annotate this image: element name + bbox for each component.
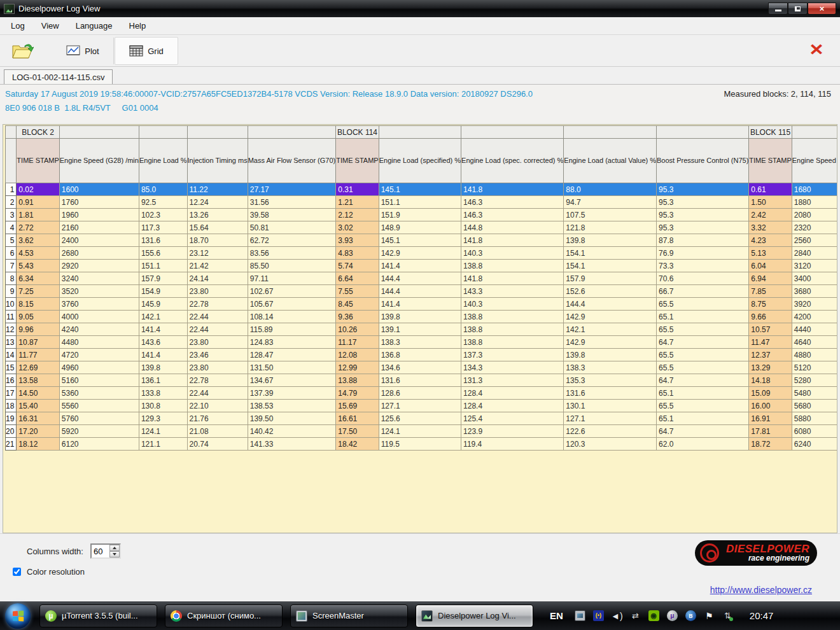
grid-cell[interactable]: 141.4 [139, 323, 187, 336]
maximize-button[interactable] [788, 3, 808, 15]
grid-cell[interactable]: 121.8 [564, 221, 657, 234]
grid-cell[interactable]: 21.42 [187, 260, 248, 272]
grid-cell[interactable]: 4.23 [749, 234, 792, 247]
grid-cell[interactable]: 5360 [59, 387, 139, 400]
menu-help[interactable]: Help [121, 18, 155, 34]
grid-cell[interactable]: 15.69 [336, 400, 379, 412]
grid-cell[interactable]: 131.3 [461, 374, 564, 387]
row-number-cell[interactable]: 13 [6, 336, 17, 349]
grid-cell[interactable]: 2560 [792, 234, 837, 247]
grid-cell[interactable]: 9.05 [17, 311, 59, 323]
grid-cell[interactable]: 4880 [792, 349, 837, 361]
grid-cell[interactable]: 4480 [59, 336, 139, 349]
grid-cell[interactable]: 139.8 [379, 311, 461, 323]
grid-cell[interactable]: 3120 [792, 260, 837, 272]
row-number-cell[interactable]: 7 [6, 260, 17, 272]
grid-cell[interactable]: 4960 [59, 361, 139, 374]
grid-cell[interactable]: 5920 [59, 425, 139, 438]
grid-cell[interactable]: 108.14 [248, 311, 336, 323]
grid-cell[interactable]: 131.6 [564, 387, 657, 400]
grid-cell[interactable]: 7.55 [336, 285, 379, 298]
grid-cell[interactable]: 3400 [792, 272, 837, 285]
grid-cell[interactable]: 39.58 [248, 209, 336, 221]
grid-cell[interactable]: 151.9 [379, 209, 461, 221]
grid-cell[interactable]: 124.1 [379, 425, 461, 438]
grid-cell[interactable]: 1960 [59, 209, 139, 221]
grid-cell[interactable]: 6.34 [17, 272, 59, 285]
grid-cell[interactable]: 154.1 [564, 247, 657, 260]
grid-cell[interactable]: 4720 [59, 349, 139, 361]
grid-cell[interactable]: 64.7 [657, 336, 749, 349]
grid-cell[interactable]: 12.24 [187, 196, 248, 209]
grid-cell[interactable]: 87.8 [657, 234, 749, 247]
grid-cell[interactable]: 65.5 [657, 361, 749, 374]
grid-cell[interactable]: 22.44 [187, 323, 248, 336]
grid-cell[interactable]: 128.4 [461, 400, 564, 412]
grid-cell[interactable]: 142.9 [564, 336, 657, 349]
row-number-cell[interactable]: 16 [6, 374, 17, 387]
grid-cell[interactable]: 151.1 [139, 260, 187, 272]
grid-cell[interactable]: 8.15 [17, 298, 59, 311]
row-number-cell[interactable]: 12 [6, 323, 17, 336]
volume-icon[interactable]: ◄) [612, 610, 622, 621]
grid-cell[interactable]: 141.4 [139, 349, 187, 361]
grid-cell[interactable]: 21.08 [187, 425, 248, 438]
taskbar-button-dieselpower[interactable]: Dieselpower Log Vi... [416, 605, 533, 627]
grid-cell[interactable]: 5.74 [336, 260, 379, 272]
grid-cell[interactable]: 17.81 [749, 425, 792, 438]
grid-cell[interactable]: 121.1 [139, 438, 187, 451]
open-log-button[interactable] [9, 39, 37, 63]
grid-cell[interactable]: 13.58 [17, 374, 59, 387]
grid-cell[interactable]: 3520 [59, 285, 139, 298]
grid-cell[interactable]: 144.8 [461, 221, 564, 234]
grid-cell[interactable]: 152.6 [564, 285, 657, 298]
grid-cell[interactable]: 24.14 [187, 272, 248, 285]
row-number-cell[interactable]: 17 [6, 387, 17, 400]
grid-cell[interactable]: 3920 [792, 298, 837, 311]
grid-cell[interactable]: 2400 [59, 234, 139, 247]
grid-cell[interactable]: 133.8 [139, 387, 187, 400]
grid-cell[interactable]: 95.3 [657, 209, 749, 221]
grid-cell[interactable]: 3.62 [17, 234, 59, 247]
grid-cell[interactable]: 21.76 [187, 412, 248, 425]
grid-cell[interactable]: 127.1 [379, 400, 461, 412]
grid-cell[interactable]: 23.80 [187, 285, 248, 298]
grid-cell[interactable]: 105.67 [248, 298, 336, 311]
grid-cell[interactable]: 4440 [792, 323, 837, 336]
grid-cell[interactable]: 12.99 [336, 361, 379, 374]
grid-cell[interactable]: 11.22 [187, 183, 248, 196]
grid-cell[interactable]: 6240 [792, 438, 837, 451]
grid-cell[interactable]: 22.44 [187, 387, 248, 400]
grid-cell[interactable]: 27.17 [248, 183, 336, 196]
grid-cell[interactable]: 3.93 [336, 234, 379, 247]
grid-cell[interactable]: 145.1 [379, 234, 461, 247]
grid-cell[interactable]: 10.87 [17, 336, 59, 349]
grid-cell[interactable]: 5480 [792, 387, 837, 400]
grid-cell[interactable]: 10.26 [336, 323, 379, 336]
grid-cell[interactable]: 139.8 [564, 349, 657, 361]
grid-cell[interactable]: 62.72 [248, 234, 336, 247]
grid-cell[interactable]: 14.79 [336, 387, 379, 400]
grid-cell[interactable]: 4640 [792, 336, 837, 349]
grid-cell[interactable]: 23.80 [187, 336, 248, 349]
row-number-cell[interactable]: 10 [6, 298, 17, 311]
grid-cell[interactable]: 0.61 [749, 183, 792, 196]
grid-cell[interactable]: 148.9 [379, 221, 461, 234]
row-number-cell[interactable]: 20 [6, 425, 17, 438]
grid-cell[interactable]: 15.64 [187, 221, 248, 234]
taskbar-button-utorrent[interactable]: µ µTorrent 3.5.5 (buil... [39, 605, 157, 627]
grid-cell[interactable]: 3240 [59, 272, 139, 285]
grid-cell[interactable]: 23.12 [187, 247, 248, 260]
grid-cell[interactable]: 5880 [792, 412, 837, 425]
dieselpower-link[interactable]: http://www.dieselpower.cz [710, 585, 812, 595]
grid-cell[interactable]: 4.53 [17, 247, 59, 260]
grid-cell[interactable]: 1600 [59, 183, 139, 196]
network-icon[interactable]: ⇄ [630, 610, 641, 621]
grid-cell[interactable]: 138.8 [461, 260, 564, 272]
grid-cell[interactable]: 5120 [792, 361, 837, 374]
grid-cell[interactable]: 154.1 [564, 260, 657, 272]
grid-cell[interactable]: 12.37 [749, 349, 792, 361]
grid-cell[interactable]: 134.6 [379, 361, 461, 374]
grid-cell[interactable]: 23.80 [187, 361, 248, 374]
grid-cell[interactable]: 17.20 [17, 425, 59, 438]
